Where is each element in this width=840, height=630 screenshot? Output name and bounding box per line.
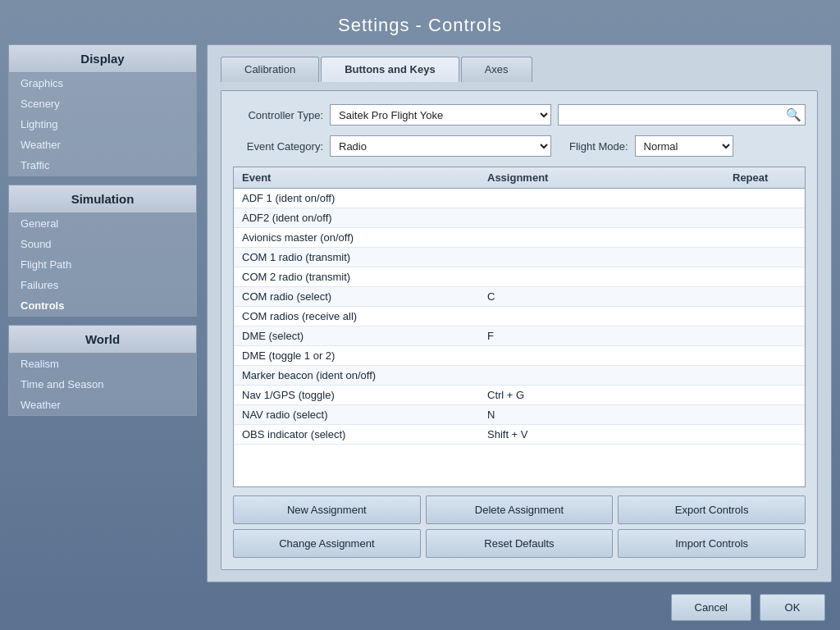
sidebar-item-failures[interactable]: Failures <box>9 275 196 295</box>
table-row[interactable]: Nav 1/GPS (toggle) Ctrl + G <box>234 386 805 405</box>
cell-event: ADF2 (ident on/off) <box>234 208 479 227</box>
cell-scroll <box>790 208 805 227</box>
sidebar-item-time-and-season[interactable]: Time and Season <box>9 374 196 395</box>
cell-assignment <box>479 267 724 286</box>
cell-assignment <box>479 189 724 208</box>
cell-scroll <box>790 366 805 385</box>
sidebar-simulation-items: General Sound Flight Path Failures Contr… <box>8 213 197 317</box>
cell-scroll <box>790 189 805 208</box>
table-row[interactable]: OBS indicator (select) Shift + V <box>234 425 805 445</box>
change-assignment-button[interactable]: Change Assignment <box>233 529 421 558</box>
sidebar: Display Graphics Scenery Lighting Weathe… <box>8 44 197 582</box>
sidebar-item-controls[interactable]: Controls <box>9 295 196 316</box>
cell-assignment: Shift + V <box>479 425 724 444</box>
cell-scroll <box>790 228 805 247</box>
table-row[interactable]: Avionics master (on/off) <box>234 228 805 248</box>
cell-scroll <box>790 326 805 345</box>
cell-scroll <box>790 425 805 444</box>
table-row[interactable]: DME (select) F <box>234 326 805 346</box>
cell-assignment <box>479 307 724 326</box>
cell-repeat <box>724 326 790 345</box>
sidebar-item-general[interactable]: General <box>9 213 196 234</box>
events-table: Event Assignment Repeat ADF 1 (ident on/… <box>233 167 806 487</box>
table-row[interactable]: COM radio (select) C <box>234 287 805 307</box>
flight-mode-select[interactable]: Normal <box>635 135 733 157</box>
cell-event: Nav 1/GPS (toggle) <box>234 386 479 404</box>
sidebar-item-flight-path[interactable]: Flight Path <box>9 254 196 275</box>
event-category-label: Event Category: <box>233 140 323 153</box>
content-panel: Calibration Buttons and Keys Axes Contro… <box>207 44 832 582</box>
table-row[interactable]: NAV radio (select) N <box>234 405 805 425</box>
cell-repeat <box>724 248 790 267</box>
sidebar-item-sound[interactable]: Sound <box>9 234 196 254</box>
cell-repeat <box>724 386 790 404</box>
cell-scroll <box>790 307 805 326</box>
tab-buttons-and-keys[interactable]: Buttons and Keys <box>321 57 459 82</box>
cell-assignment <box>479 248 724 267</box>
tab-axes[interactable]: Axes <box>461 57 532 82</box>
sidebar-item-weather-display[interactable]: Weather <box>9 135 196 155</box>
col-event: Event <box>234 167 479 188</box>
cell-assignment: F <box>479 326 724 345</box>
sidebar-section-display: Display <box>8 44 197 73</box>
table-row[interactable]: ADF 1 (ident on/off) <box>234 189 805 208</box>
sidebar-section-simulation: Simulation <box>8 185 197 213</box>
import-controls-button[interactable]: Import Controls <box>618 529 806 558</box>
col-assignment: Assignment <box>479 167 724 188</box>
table-row[interactable]: COM 1 radio (transmit) <box>234 248 805 267</box>
cell-event: COM 2 radio (transmit) <box>234 267 479 286</box>
search-input[interactable] <box>562 109 786 121</box>
cell-assignment <box>479 228 724 247</box>
sidebar-item-weather-world[interactable]: Weather <box>9 395 196 415</box>
export-controls-button[interactable]: Export Controls <box>618 495 806 524</box>
cell-scroll <box>790 346 805 365</box>
cell-repeat <box>724 366 790 385</box>
cell-repeat <box>724 189 790 208</box>
cell-event: COM radios (receive all) <box>234 307 479 326</box>
event-category-select[interactable]: Radio <box>330 135 551 157</box>
sidebar-item-lighting[interactable]: Lighting <box>9 114 196 135</box>
ok-button[interactable]: OK <box>760 594 825 621</box>
sidebar-world-items: Realism Time and Season Weather <box>8 354 197 416</box>
table-row[interactable]: COM 2 radio (transmit) <box>234 267 805 287</box>
bottom-bar: Cancel OK <box>0 582 840 623</box>
page-title: Settings - Controls <box>338 15 502 35</box>
sidebar-item-realism[interactable]: Realism <box>9 354 196 374</box>
sidebar-section-world: World <box>8 325 197 354</box>
inner-panel: Controller Type: Saitek Pro Flight Yoke … <box>221 90 818 570</box>
cell-repeat <box>724 287 790 306</box>
table-row[interactable]: DME (toggle 1 or 2) <box>234 346 805 366</box>
table-row[interactable]: Marker beacon (ident on/off) <box>234 366 805 386</box>
sidebar-item-graphics[interactable]: Graphics <box>9 73 196 94</box>
cell-event: DME (select) <box>234 326 479 345</box>
table-row[interactable]: ADF2 (ident on/off) <box>234 208 805 228</box>
flight-mode-label: Flight Mode: <box>569 140 628 153</box>
cell-repeat <box>724 346 790 365</box>
table-header: Event Assignment Repeat <box>234 167 805 189</box>
search-box[interactable]: 🔍 <box>558 104 806 126</box>
reset-defaults-button[interactable]: Reset Defaults <box>426 529 614 558</box>
table-row[interactable]: COM radios (receive all) <box>234 307 805 326</box>
action-buttons: New Assignment Delete Assignment Export … <box>233 495 806 558</box>
sidebar-item-traffic[interactable]: Traffic <box>9 155 196 176</box>
search-icon: 🔍 <box>786 107 801 122</box>
cell-assignment <box>479 208 724 227</box>
sidebar-display-items: Graphics Scenery Lighting Weather Traffi… <box>8 73 197 176</box>
sidebar-item-scenery[interactable]: Scenery <box>9 94 196 114</box>
cell-event: Avionics master (on/off) <box>234 228 479 247</box>
cell-repeat <box>724 405 790 424</box>
cancel-button[interactable]: Cancel <box>671 594 751 621</box>
cell-assignment: N <box>479 405 724 424</box>
cell-event: COM radio (select) <box>234 287 479 306</box>
table-body[interactable]: ADF 1 (ident on/off) ADF2 (ident on/off)… <box>234 189 805 486</box>
cell-scroll <box>790 287 805 306</box>
cell-scroll <box>790 405 805 424</box>
cell-repeat <box>724 267 790 286</box>
col-scroll <box>790 167 806 188</box>
delete-assignment-button[interactable]: Delete Assignment <box>426 495 614 524</box>
new-assignment-button[interactable]: New Assignment <box>233 495 421 524</box>
cell-assignment: C <box>479 287 724 306</box>
cell-assignment: Ctrl + G <box>479 386 724 404</box>
controller-type-select[interactable]: Saitek Pro Flight Yoke <box>330 104 551 126</box>
tab-calibration[interactable]: Calibration <box>221 57 319 82</box>
